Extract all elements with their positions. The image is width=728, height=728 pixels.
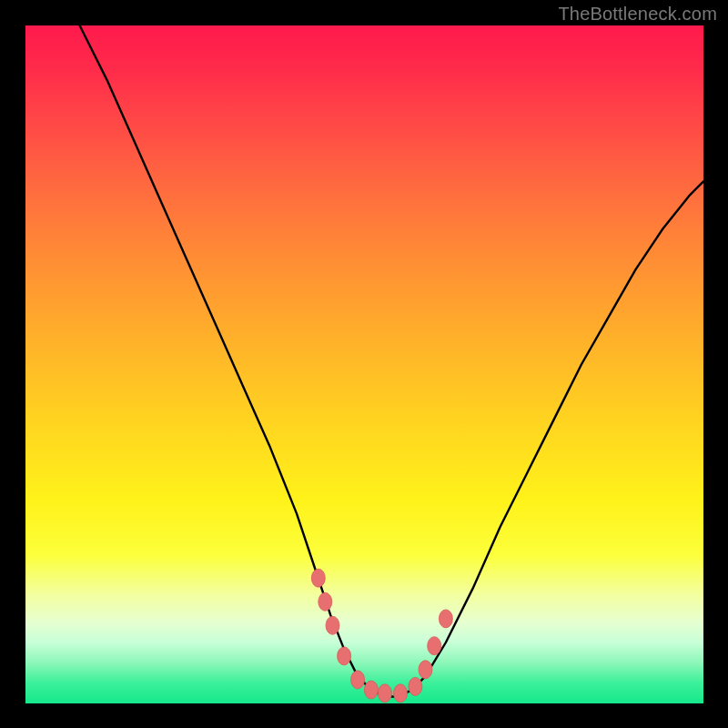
outer-frame: TheBottleneck.com xyxy=(0,0,728,728)
marker-point xyxy=(338,647,351,665)
marker-point xyxy=(364,681,378,699)
marker-point xyxy=(394,684,408,703)
marker-point xyxy=(351,671,365,689)
plot-area xyxy=(25,25,703,703)
watermark-text: TheBottleneck.com xyxy=(558,4,717,25)
marker-point xyxy=(409,677,422,695)
marker-point xyxy=(419,661,432,679)
marker-point xyxy=(428,637,441,655)
marker-point xyxy=(326,616,339,634)
marker-point xyxy=(311,569,325,587)
marker-point xyxy=(439,610,452,628)
marker-group xyxy=(311,569,452,703)
marker-point xyxy=(318,592,332,611)
bottleneck-curve xyxy=(80,25,703,697)
chart-svg xyxy=(25,25,703,703)
marker-point xyxy=(378,684,391,703)
